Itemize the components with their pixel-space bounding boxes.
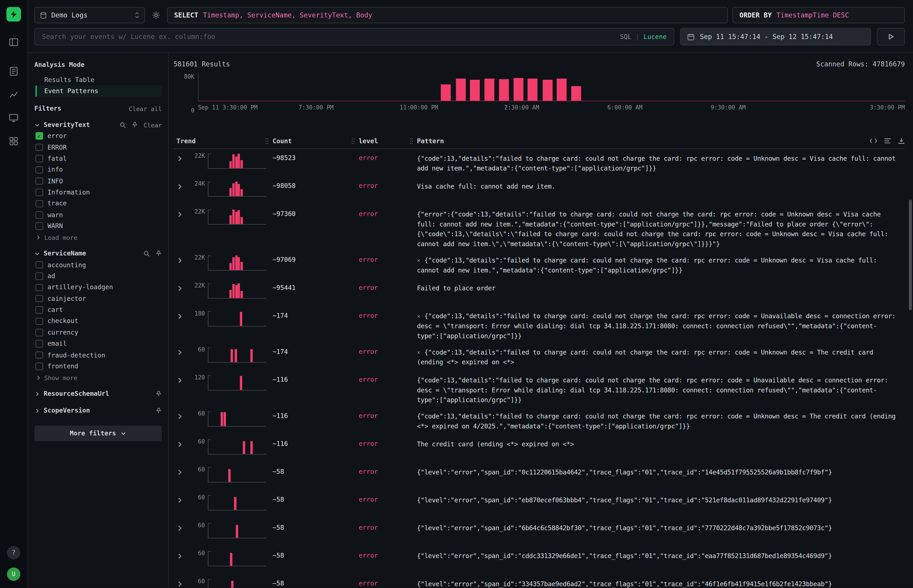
filter-option-frontend[interactable]: frontend — [34, 361, 162, 372]
date-range-picker[interactable]: Sep 11 15:47:14 - Sep 12 15:47:14 — [680, 28, 871, 45]
language-toggle[interactable]: SQL | Lucene — [620, 33, 667, 40]
code-icon[interactable] — [869, 137, 877, 144]
wrap-lines-icon[interactable] — [884, 137, 892, 144]
expand-chevron-icon[interactable] — [176, 377, 185, 384]
expand-chevron-icon[interactable] — [176, 525, 185, 531]
search-input[interactable] — [42, 32, 615, 41]
filter-option-cainjector[interactable]: cainjector — [34, 293, 162, 304]
more-filters-button[interactable]: More filters — [34, 425, 162, 441]
mode-event-patterns[interactable]: Event Patterns — [36, 86, 162, 97]
order-by-input[interactable]: ORDER BY TimestampTime DESC — [732, 7, 905, 23]
checkbox-icon[interactable] — [36, 166, 43, 173]
checkbox-icon[interactable] — [36, 155, 43, 162]
help-button[interactable]: ? — [7, 546, 20, 559]
filter-option-trace[interactable]: trace — [34, 198, 162, 210]
expand-chevron-icon[interactable] — [176, 155, 185, 162]
filter-option-error[interactable]: ✓error — [34, 130, 162, 142]
pattern-row[interactable]: 60~174error×{"code":13,"details":"failed… — [173, 343, 905, 371]
pin-icon[interactable] — [132, 122, 138, 128]
expand-chevron-icon[interactable] — [176, 497, 185, 504]
checkbox-icon[interactable] — [36, 284, 43, 291]
pattern-row[interactable]: 60~116error{"code":13,"details":"failed … — [173, 407, 905, 435]
filter-option-WARN[interactable]: WARN — [34, 221, 162, 232]
expand-chevron-icon[interactable] — [176, 469, 185, 475]
expand-chevron-icon[interactable] — [176, 285, 185, 291]
pattern-row[interactable]: 60~58error{"level":"error","span_id":"cd… — [173, 546, 905, 574]
filter-option-ERROR[interactable]: ERROR — [34, 142, 162, 153]
filter-group-more-button[interactable]: Load more — [34, 232, 162, 242]
expand-chevron-icon[interactable] — [176, 349, 185, 355]
sidebar-toggle-icon[interactable] — [8, 37, 19, 47]
histogram-plot[interactable] — [198, 73, 905, 101]
checkbox-icon[interactable] — [36, 189, 43, 196]
vertical-scrollbar-thumb[interactable] — [909, 200, 912, 310]
lucene-mode-option[interactable]: Lucene — [644, 33, 667, 40]
filter-option-accounting[interactable]: accounting — [34, 259, 162, 271]
filter-option-Information[interactable]: Information — [34, 187, 162, 198]
filter-group-header[interactable]: ScopeVersion — [34, 405, 162, 416]
filter-option-checkout[interactable]: checkout — [34, 315, 162, 327]
pattern-row[interactable]: 22K~95441errorFailed to place order — [173, 279, 905, 307]
sql-select-input[interactable]: SELECT Timestamp, ServiceName, SeverityT… — [167, 7, 728, 23]
pattern-row[interactable]: 22K~98523error{"code":13,"details":"fail… — [173, 149, 905, 177]
pin-icon[interactable] — [155, 407, 162, 414]
filter-option-email[interactable]: email — [34, 338, 162, 349]
pin-icon[interactable] — [155, 250, 162, 257]
checkbox-icon[interactable] — [36, 223, 43, 230]
services-grid-icon[interactable] — [8, 136, 19, 146]
expand-chevron-icon[interactable] — [176, 183, 185, 190]
expand-chevron-icon[interactable] — [176, 313, 185, 319]
pattern-row[interactable]: 24K~98058errorVisa cache full: cannot ad… — [173, 177, 905, 205]
chart-icon[interactable] — [8, 89, 19, 100]
source-select[interactable]: Demo Logs — [34, 7, 145, 23]
checkbox-icon[interactable] — [36, 295, 43, 302]
search-icon[interactable] — [120, 121, 126, 128]
column-drag-handle-icon[interactable] — [351, 137, 359, 145]
column-header-level[interactable]: level — [359, 137, 417, 145]
pattern-row[interactable]: 60~58error{"level":"error","span_id":"33… — [173, 574, 905, 588]
checkbox-icon[interactable] — [36, 261, 43, 268]
filter-group-header[interactable]: ResourceSchemaUrl — [34, 388, 162, 399]
filter-group-more-button[interactable]: Show more — [34, 372, 162, 383]
pattern-row[interactable]: 22K~97360error{"error":{"code":13,"detai… — [173, 205, 905, 251]
expand-chevron-icon[interactable] — [176, 441, 185, 447]
user-avatar[interactable]: U — [7, 567, 20, 581]
filter-group-header[interactable]: ServiceName — [34, 248, 162, 259]
filter-option-ad[interactable]: ad — [34, 270, 162, 282]
app-logo[interactable] — [6, 7, 21, 21]
filter-option-INFO[interactable]: INFO — [34, 176, 162, 187]
checkbox-icon[interactable] — [36, 340, 43, 347]
expand-chevron-icon[interactable] — [176, 211, 185, 218]
clear-all-filters-button[interactable]: Clear all — [129, 105, 162, 112]
monitor-icon[interactable] — [8, 112, 19, 123]
checkbox-icon[interactable]: ✓ — [36, 132, 43, 140]
sql-mode-option[interactable]: SQL — [620, 33, 631, 40]
checkbox-icon[interactable] — [36, 363, 43, 370]
checkbox-icon[interactable] — [36, 200, 43, 207]
pattern-row[interactable]: 180~174error×{"code":13,"details":"faile… — [173, 307, 905, 343]
pattern-row[interactable]: 120~116error{"code":13,"details":"failed… — [173, 371, 905, 407]
logs-icon[interactable] — [8, 66, 19, 76]
pattern-row[interactable]: 60~58error{"level":"error","span_id":"0c… — [173, 463, 905, 491]
checkbox-icon[interactable] — [36, 351, 43, 359]
pattern-row[interactable]: 22K~97069error×{"code":13,"details":"fai… — [173, 251, 905, 279]
expand-chevron-icon[interactable] — [176, 581, 185, 587]
filter-option-warn[interactable]: warn — [34, 209, 162, 221]
checkbox-icon[interactable] — [36, 329, 43, 336]
expand-chevron-icon[interactable] — [176, 413, 185, 420]
pattern-row[interactable]: 60~116errorThe credit card (ending <*> e… — [173, 435, 905, 463]
gear-icon[interactable] — [150, 11, 162, 19]
checkbox-icon[interactable] — [36, 178, 43, 185]
filter-option-currency[interactable]: currency — [34, 327, 162, 338]
checkbox-icon[interactable] — [36, 211, 43, 218]
pin-icon[interactable] — [155, 391, 162, 397]
search-icon[interactable] — [143, 250, 151, 257]
column-drag-handle-icon[interactable] — [265, 137, 272, 145]
filter-option-info[interactable]: info — [34, 164, 162, 176]
filter-option-artillery-loadgen[interactable]: artillery-loadgen — [34, 282, 162, 293]
event-search-box[interactable]: SQL | Lucene — [34, 28, 674, 45]
run-query-button[interactable] — [877, 28, 905, 45]
mode-results-table[interactable]: Results Table — [36, 74, 162, 86]
column-header-trend[interactable]: Trend — [173, 137, 272, 145]
pattern-row[interactable]: 60~58error{"level":"error","span_id":"eb… — [173, 491, 905, 519]
